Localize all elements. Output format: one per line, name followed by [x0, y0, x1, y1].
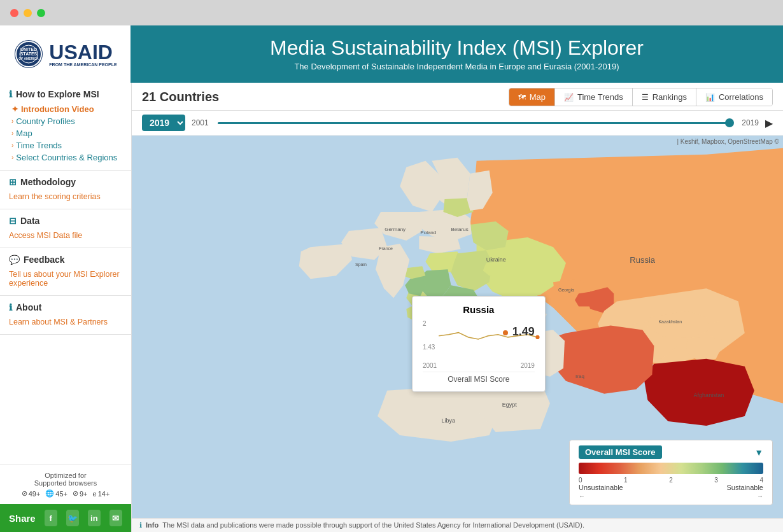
sidebar-section-data: ⊟ Data Access MSI Data file [0, 209, 131, 248]
sidebar: ℹ How to Explore MSI ✦ Introduction Vide… [0, 83, 132, 532]
timeline-thumb[interactable] [725, 118, 734, 127]
grid-icon: ⊞ [9, 177, 17, 187]
tab-rankings[interactable]: ☰ Rankings [633, 88, 696, 106]
legend-arrows: ← → [579, 493, 763, 500]
window-chrome [0, 0, 783, 25]
browser-firefox: 🌐 45+ [45, 489, 67, 498]
timeline-fill [218, 122, 731, 124]
correlations-tab-icon: 📊 [705, 93, 715, 102]
map-container[interactable]: | Keshif, Mapbox, OpenStreetMap © [132, 136, 783, 518]
sidebar-bottom: Optimized for Supported browsers ⊘ 49+ 🌐… [0, 465, 131, 504]
info-bar-text: The MSI data and publications were made … [162, 521, 584, 529]
svg-text:OF AMERICA: OF AMERICA [19, 57, 39, 60]
sidebar-item-time-trends[interactable]: › Time Trends [9, 139, 122, 151]
usaid-text-block: USAID FROM THE AMERICAN PEOPLE [49, 42, 116, 67]
question-icon: ℹ [9, 89, 12, 99]
edge-icon: e [93, 490, 97, 498]
germany-label: Germany [384, 227, 406, 232]
russia-label: Russia [630, 255, 656, 265]
chevron-icon-trends: › [11, 142, 13, 149]
content-area: 21 Countries 🗺 Map 📈 Time Trends ☰ Ranki… [132, 83, 783, 532]
svg-text:UNITED: UNITED [20, 47, 37, 52]
feedback-title: 💬 Feedback [9, 255, 122, 265]
email-share-button[interactable]: ✉ [109, 510, 122, 526]
app-container: UNITED STATES OF AMERICA USAID FROM THE … [0, 25, 783, 532]
header-title: Media Sustainability Index (MSI) Explore… [130, 37, 783, 71]
legend-tick-labels: 0 1 2 3 4 [579, 477, 763, 484]
access-data-link[interactable]: Access MSI Data file [9, 230, 122, 241]
map-tab-icon: 🗺 [518, 93, 526, 102]
legend-endpoints: Unsustainable Sustainable [579, 484, 763, 491]
safari-icon: ⊘ [73, 489, 78, 498]
firefox-icon: 🌐 [45, 489, 54, 498]
info-bar-icon: ℹ [139, 521, 142, 529]
svg-text:STATES: STATES [20, 52, 38, 56]
belarus-label: Belarus [451, 227, 468, 232]
tooltip-chart-area: 2 1.43 1.49 [423, 320, 535, 358]
sidebar-section-explore: ℹ How to Explore MSI ✦ Introduction Vide… [0, 83, 131, 171]
legend-bar: Overall MSI Score ▼ 0 1 2 3 4 Unsustaina… [569, 440, 773, 505]
maximize-dot[interactable] [37, 9, 45, 17]
year-select[interactable]: 2019 2018 2017 [142, 115, 185, 131]
play-button[interactable]: ▶ [765, 117, 773, 129]
feedback-link[interactable]: Tell us about your MSI Explorer experien… [9, 269, 122, 289]
afghanistan-label: Afghanistan [694, 392, 724, 398]
tooltip-year-range: 2001 2019 [423, 362, 535, 369]
data-title: ⊟ Data [9, 216, 122, 226]
spain-label: Spain [355, 262, 367, 267]
chevron-icon-profiles: › [11, 118, 13, 125]
tooltip-y-min: 1.43 [423, 344, 435, 351]
sidebar-section-methodology: ⊞ Methodology Learn the scoring criteria… [0, 171, 131, 209]
usaid-sub: FROM THE AMERICAN PEOPLE [49, 62, 116, 67]
iraq2-label: Iraq [575, 374, 584, 379]
info-icon: ℹ [9, 302, 12, 312]
logo-section: UNITED STATES OF AMERICA USAID FROM THE … [0, 25, 130, 83]
close-dot[interactable] [10, 9, 18, 17]
sidebar-item-country-profiles[interactable]: › Country Profiles [9, 115, 122, 127]
tab-map[interactable]: 🗺 Map [509, 88, 555, 106]
rankings-tab-icon: ☰ [642, 93, 649, 102]
tooltip-footer: Overall MSI Score [423, 372, 535, 384]
twitter-share-button[interactable]: 🐦 [66, 510, 79, 526]
learn-scoring-link[interactable]: Learn the scoring criterias [9, 191, 122, 202]
browser-safari: ⊘ 9+ [73, 489, 88, 498]
timeline-track[interactable] [218, 115, 731, 130]
about-link[interactable]: Learn about MSI & Partners [9, 316, 122, 328]
info-bar-label: Info [146, 521, 159, 529]
poland-label: Poland [420, 230, 436, 235]
tab-correlations[interactable]: 📊 Correlations [696, 88, 772, 106]
chevron-icon-map: › [11, 130, 13, 137]
sidebar-item-map[interactable]: › Map [9, 127, 122, 139]
content-header: 21 Countries 🗺 Map 📈 Time Trends ☰ Ranki… [132, 83, 783, 111]
app-header: UNITED STATES OF AMERICA USAID FROM THE … [0, 25, 783, 83]
timeline-start-label: 2001 [192, 118, 209, 127]
kazakhstan-label: Kazakhstan [658, 319, 682, 324]
sidebar-section-about: ℹ About Learn about MSI & Partners [0, 296, 131, 335]
main-layout: ℹ How to Explore MSI ✦ Introduction Vide… [0, 83, 783, 532]
sidebar-item-select-regions[interactable]: › Select Countries & Regions [9, 151, 122, 164]
legend-title-row: Overall MSI Score ▼ [579, 445, 763, 459]
legend-gradient [579, 463, 763, 474]
supported-browsers-label: Supported browsers [9, 479, 122, 487]
egypt-label: Egypt [502, 402, 518, 408]
chevron-icon-regions: › [11, 154, 13, 161]
legend-chevron-icon[interactable]: ▼ [754, 447, 763, 458]
ukraine-label: Ukraine [486, 256, 506, 263]
app-title: Media Sustainability Index (MSI) Explore… [130, 37, 783, 59]
share-label: Share [9, 513, 36, 524]
linkedin-share-button[interactable]: in [88, 510, 101, 526]
svg-point-6 [535, 335, 539, 339]
tooltip-score: 1.49 [503, 325, 535, 339]
timeline-bar: 2019 2018 2017 2001 2019 ▶ [132, 111, 783, 136]
optimized-label: Optimized for [9, 472, 122, 479]
app-subtitle: The Development of Sustainable Independe… [130, 62, 783, 71]
data-icon: ⊟ [9, 216, 17, 226]
sidebar-section-feedback: 💬 Feedback Tell us about your MSI Explor… [0, 248, 131, 296]
sidebar-item-intro-video[interactable]: ✦ Introduction Video [9, 103, 122, 115]
trends-tab-icon: 📈 [564, 93, 574, 102]
browser-edge: e 14+ [93, 489, 110, 498]
minimize-dot[interactable] [24, 9, 32, 17]
tab-time-trends[interactable]: 📈 Time Trends [555, 88, 633, 106]
facebook-share-button[interactable]: f [45, 510, 57, 526]
wand-icon: ✦ [11, 104, 18, 114]
